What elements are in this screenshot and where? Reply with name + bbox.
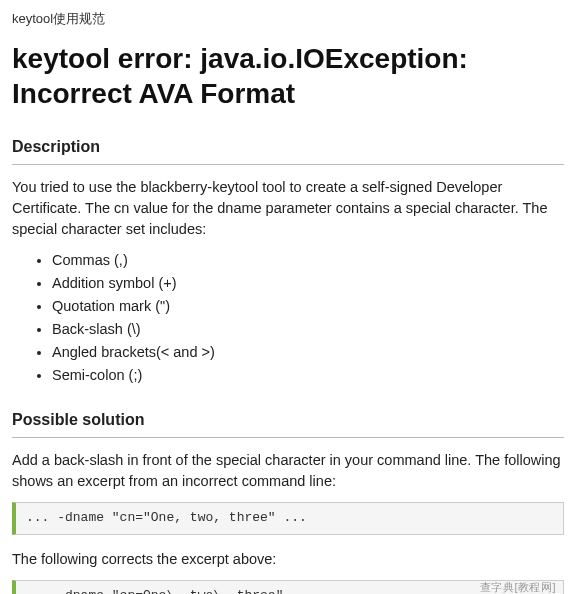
list-item: Quotation mark (") xyxy=(52,296,564,317)
list-item: Angled brackets(< and >) xyxy=(52,342,564,363)
solution-intro: Add a back-slash in front of the special… xyxy=(12,450,564,492)
special-char-list: Commas (,) Addition symbol (+) Quotation… xyxy=(12,250,564,386)
section-heading-description: Description xyxy=(12,135,564,162)
list-item: Commas (,) xyxy=(52,250,564,271)
list-item: Semi-colon (;) xyxy=(52,365,564,386)
breadcrumb: keytool使用规范 xyxy=(12,10,564,29)
code-block-incorrect: ... -dname "cn="One, two, three" ... xyxy=(12,502,564,535)
section-heading-solution: Possible solution xyxy=(12,408,564,435)
watermark-line: 查字典[教程网] xyxy=(424,581,556,594)
list-item: Addition symbol (+) xyxy=(52,273,564,294)
section-rule xyxy=(12,437,564,438)
list-item: Back-slash (\) xyxy=(52,319,564,340)
page-title: keytool error: java.io.IOException: Inco… xyxy=(12,41,564,111)
description-intro: You tried to use the blackberry-keytool … xyxy=(12,177,564,240)
watermark: 查字典[教程网] jiaocheng.chazidian.com xyxy=(424,581,556,594)
section-rule xyxy=(12,164,564,165)
solution-after-text: The following corrects the excerpt above… xyxy=(12,549,564,570)
